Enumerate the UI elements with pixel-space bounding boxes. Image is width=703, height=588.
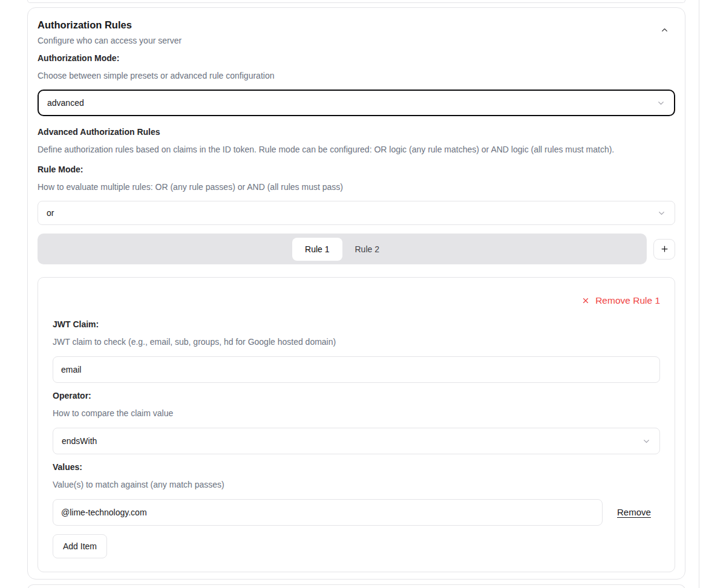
x-icon — [581, 296, 590, 305]
add-rule-button[interactable] — [653, 239, 675, 260]
remove-rule-label: Remove Rule 1 — [595, 293, 660, 308]
next-card-edge — [27, 584, 685, 588]
add-item-button[interactable]: Add Item — [53, 534, 107, 558]
rule-mode-label: Rule Mode: — [38, 163, 675, 175]
advanced-rules-label: Advanced Authorization Rules — [38, 126, 675, 138]
settings-panel: Authorization Rules Configure who can ac… — [27, 0, 685, 588]
jwt-claim-label: JWT Claim: — [53, 318, 660, 330]
rules-tablist: Rule 1 Rule 2 — [38, 234, 647, 264]
jwt-claim-description: JWT claim to check (e.g., email, sub, gr… — [53, 336, 660, 348]
card-header: Authorization Rules Configure who can ac… — [38, 18, 675, 47]
chevron-down-icon — [656, 99, 665, 108]
advanced-rules-description: Define authorization rules based on clai… — [38, 143, 675, 155]
rule-mode-select-value: or — [47, 208, 54, 218]
remove-value-button[interactable]: Remove — [617, 506, 651, 519]
authorization-rules-card: Authorization Rules Configure who can ac… — [27, 7, 685, 580]
rule-mode-select[interactable]: or — [38, 201, 675, 225]
previous-card-edge — [27, 0, 685, 3]
collapse-section-button[interactable] — [658, 23, 672, 37]
value-item-row: @lime-technology.com Remove — [53, 499, 660, 526]
authorization-mode-select-value: advanced — [47, 98, 84, 108]
authorization-mode-label: Authorization Mode: — [38, 52, 675, 64]
chevron-up-icon — [660, 25, 669, 34]
operator-description: How to compare the claim value — [53, 407, 660, 419]
value-input[interactable]: @lime-technology.com — [53, 499, 603, 526]
section-title: Authorization Rules — [38, 18, 181, 31]
operator-select-value: endsWith — [62, 436, 97, 446]
tab-rule-1[interactable]: Rule 1 — [292, 238, 342, 261]
rule-mode-description: How to evaluate multiple rules: OR (any … — [38, 181, 675, 193]
jwt-claim-input[interactable]: email — [53, 356, 660, 383]
tab-rule-2[interactable]: Rule 2 — [342, 238, 392, 261]
values-description: Value(s) to match against (any match pas… — [53, 479, 660, 491]
section-subtitle: Configure who can access your server — [38, 34, 181, 47]
values-label: Values: — [53, 461, 660, 473]
card-header-text: Authorization Rules Configure who can ac… — [38, 18, 181, 47]
chevron-down-icon — [657, 209, 666, 218]
authorization-mode-select[interactable]: advanced — [38, 90, 675, 116]
operator-select[interactable]: endsWith — [53, 428, 660, 454]
rules-tabs-row: Rule 1 Rule 2 — [38, 234, 675, 264]
plus-icon — [660, 244, 669, 253]
authorization-mode-description: Choose between simple presets or advance… — [38, 70, 675, 82]
chevron-down-icon — [642, 437, 651, 446]
operator-label: Operator: — [53, 390, 660, 402]
remove-rule-row: Remove Rule 1 — [53, 293, 660, 308]
panel-right-border — [699, 0, 699, 588]
remove-rule-button[interactable]: Remove Rule 1 — [581, 293, 660, 308]
rule-1-editor-card: Remove Rule 1 JWT Claim: JWT claim to ch… — [38, 277, 675, 572]
